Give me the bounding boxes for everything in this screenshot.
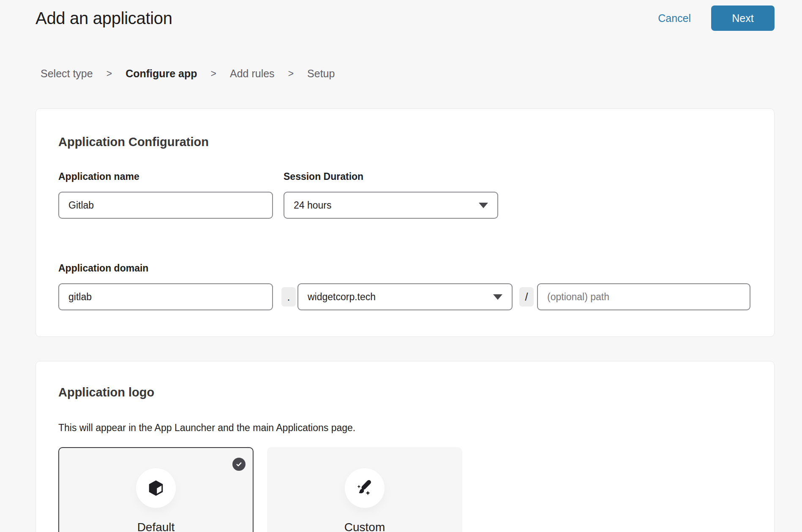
add-application-page: Add an application Cancel Next Select ty… [0,0,802,532]
cancel-button[interactable]: Cancel [658,12,691,24]
logo-option-custom[interactable]: Custom [267,447,462,532]
next-button[interactable]: Next [711,5,775,31]
path-input[interactable] [537,283,750,310]
name-duration-row: Application name Session Duration 24 hou… [58,171,750,219]
logo-option-default[interactable]: Default [58,447,254,532]
application-name-input[interactable] [58,192,273,219]
application-domain-label: Application domain [58,263,750,274]
logo-options: Default Custom [58,447,750,532]
step-configure-app[interactable]: Configure app [125,68,197,80]
step-setup[interactable]: Setup [307,68,335,80]
application-logo-card: Application logo This will appear in the… [35,361,775,532]
session-duration-select[interactable]: 24 hours [284,192,498,219]
cube-icon [146,478,166,498]
logo-description: This will appear in the App Launcher and… [58,422,750,434]
default-logo-circle [136,468,176,508]
step-separator: > [211,68,216,79]
application-name-label: Application name [58,171,273,182]
session-duration-value: 24 hours [294,200,332,211]
step-separator: > [288,68,294,79]
session-duration-group: Session Duration 24 hours [284,171,498,219]
subdomain-input[interactable] [58,283,273,310]
domain-select[interactable]: widgetcorp.tech [297,283,513,310]
logo-option-label: Default [59,521,253,532]
chevron-down-icon [493,294,502,300]
header-actions: Cancel Next [658,5,775,31]
session-duration-label: Session Duration [284,171,498,182]
logo-option-label: Custom [268,521,461,532]
application-configuration-card: Application Configuration Application na… [35,109,775,337]
application-domain-group: Application domain . widgetcorp.tech / [58,263,750,310]
paintbrush-icon [355,478,375,498]
step-select-type[interactable]: Select type [41,68,93,80]
configuration-heading: Application Configuration [58,135,750,149]
logo-heading: Application logo [58,385,750,399]
application-domain-row: . widgetcorp.tech / [58,283,750,310]
check-icon [235,461,243,468]
chevron-down-icon [479,203,488,208]
custom-logo-circle [345,468,385,508]
page-header: Add an application Cancel Next [35,0,775,31]
selected-check-badge [232,458,246,471]
application-name-group: Application name [58,171,273,219]
slash-separator: / [519,287,534,307]
domain-select-value: widgetcorp.tech [308,291,376,303]
step-separator: > [106,68,112,79]
breadcrumb: Select type > Configure app > Add rules … [41,68,775,80]
step-add-rules[interactable]: Add rules [230,68,275,80]
dot-separator: . [281,287,296,307]
page-title: Add an application [35,9,172,28]
